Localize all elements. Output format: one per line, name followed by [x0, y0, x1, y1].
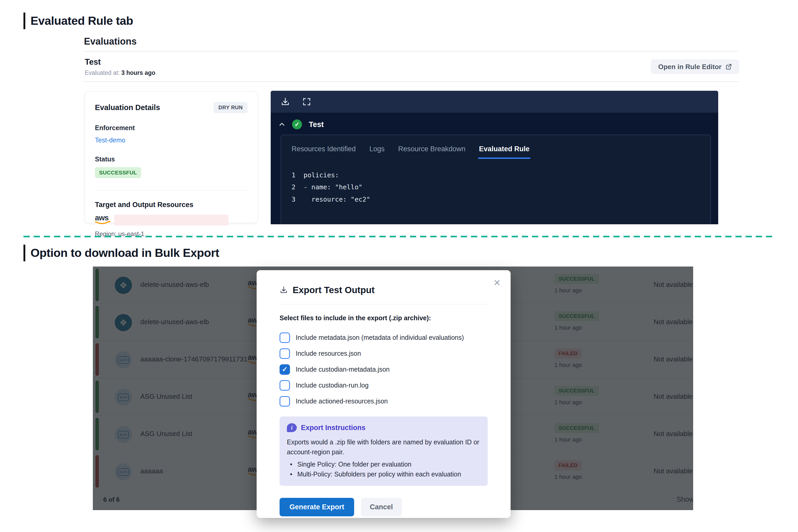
instructions-bullets: Single Policy: One folder per evaluation…: [287, 459, 480, 479]
viewer-tab[interactable]: Evaluated Rule: [479, 145, 530, 159]
code-editor[interactable]: 1policies: 2- name: "hello" 3 resource: …: [291, 169, 700, 206]
line-text: policies:: [304, 169, 339, 181]
evaluation-run-name: Test: [85, 57, 101, 67]
checkbox-row[interactable]: ✓ Include actioned-resources.json: [280, 393, 488, 409]
checkbox[interactable]: ✓: [280, 348, 290, 359]
success-check-icon: ✓: [292, 119, 302, 129]
export-modal: ✕ Export Test Output Select files to inc…: [256, 270, 511, 518]
evaluated-rule-card: Resources Identified Logs Resource Break…: [281, 135, 711, 224]
checkbox[interactable]: ✓: [280, 364, 290, 375]
instructions-body: Exports would a .zip file with folders a…: [287, 437, 481, 457]
code-line: 2- name: "hello": [291, 181, 700, 193]
code-line: 3 resource: "ec2": [291, 193, 700, 206]
info-bubble-icon: i: [287, 423, 297, 432]
checkbox-label: Include custodian-run.log: [296, 382, 368, 389]
line-text: resource: "ec2": [304, 193, 370, 206]
code-line: 1policies:: [291, 169, 700, 181]
export-instructions-box: i Export Instructions Exports would a .z…: [280, 416, 488, 486]
evaluated-at-label: Evaluated at:: [85, 69, 120, 76]
enforcement-link[interactable]: Test-demo: [95, 136, 126, 144]
line-number: 3: [291, 193, 304, 206]
modal-title: Export Test Output: [292, 285, 375, 295]
checkbox-label: Include resources.json: [296, 350, 361, 357]
checkbox[interactable]: ✓: [280, 380, 290, 391]
divider: [84, 51, 739, 52]
download-icon: [280, 286, 288, 294]
close-icon[interactable]: ✕: [491, 277, 503, 289]
external-link-icon: [725, 63, 732, 70]
viewer-tab[interactable]: Resource Breakdown: [398, 145, 466, 159]
divider: [84, 81, 739, 82]
cancel-button[interactable]: Cancel: [361, 498, 402, 516]
section1-heading-text: Evaluated Rule tab: [31, 14, 133, 27]
dashed-separator: [23, 236, 774, 237]
open-in-rule-editor-button[interactable]: Open in Rule Editor: [651, 59, 739, 74]
heading-bar: [23, 245, 25, 261]
generate-export-button[interactable]: Generate Export: [280, 498, 354, 516]
evaluation-details-card: Evaluation Details DRY RUN Enforcement T…: [85, 91, 258, 223]
divider: [95, 190, 247, 190]
evaluations-heading: Evaluations: [84, 36, 137, 47]
fullscreen-icon[interactable]: [302, 97, 311, 107]
checkbox-label: Include custodian-metadata.json: [296, 366, 390, 373]
checkbox-row[interactable]: ✓ Include custodian-metadata.json: [280, 361, 488, 377]
checkbox-row[interactable]: ✓ Include resources.json: [280, 345, 488, 361]
evaluation-viewer-panel: ✓ Test Resources Identified Logs Resourc…: [271, 91, 718, 224]
status-label: Status: [95, 155, 247, 163]
instruction-bullet: Single Policy: One folder per evaluation: [287, 459, 480, 470]
line-number: 1: [291, 169, 304, 181]
checkbox-label: Include metadata.json (metadata of indiv…: [296, 334, 464, 341]
checkbox[interactable]: ✓: [280, 332, 290, 343]
checkbox-row[interactable]: ✓ Include custodian-run.log: [280, 377, 488, 393]
line-number: 2: [291, 181, 304, 193]
checkbox-row[interactable]: ✓ Include metadata.json (metadata of ind…: [280, 330, 488, 345]
evaluated-at: Evaluated at:3 hours ago: [85, 69, 155, 76]
checkbox-list: ✓ Include metadata.json (metadata of ind…: [280, 330, 488, 409]
viewer-run-name: Test: [309, 120, 324, 129]
evaluation-details-title: Evaluation Details: [95, 103, 160, 112]
viewer-tab[interactable]: Resources Identified: [291, 145, 356, 159]
section1-heading: Evaluated Rule tab: [23, 13, 133, 29]
instructions-title: Export Instructions: [301, 424, 366, 432]
viewer-tabs: Resources Identified Logs Resource Break…: [291, 145, 700, 159]
section2-heading-text: Option to download in Bulk Export: [31, 246, 219, 260]
chevron-up-icon[interactable]: [279, 121, 285, 128]
redacted-resource-name: [114, 215, 228, 226]
section2-heading: Option to download in Bulk Export: [23, 245, 219, 261]
line-text: - name: "hello": [304, 181, 362, 193]
heading-bar: [23, 13, 25, 29]
checkbox[interactable]: ✓: [280, 396, 290, 406]
download-icon[interactable]: [281, 97, 290, 107]
divider: [280, 304, 488, 304]
select-files-label: Select files to include in the export (.…: [280, 314, 488, 322]
target-resources-label: Target and Output Resources: [95, 201, 247, 209]
aws-logo: aws: [95, 214, 111, 222]
status-badge: SUCCESSFUL: [95, 167, 141, 178]
dry-run-badge: DRY RUN: [214, 102, 247, 113]
enforcement-label: Enforcement: [95, 124, 247, 132]
viewer-toolbar: [271, 91, 718, 113]
checkbox-label: Include actioned-resources.json: [296, 397, 388, 405]
instruction-bullet: Multi-Policy: Subfolders per policy with…: [287, 470, 480, 479]
open-in-rule-editor-label: Open in Rule Editor: [658, 63, 722, 71]
evaluated-at-value: 3 hours ago: [121, 69, 155, 76]
viewer-tab[interactable]: Logs: [369, 145, 385, 159]
